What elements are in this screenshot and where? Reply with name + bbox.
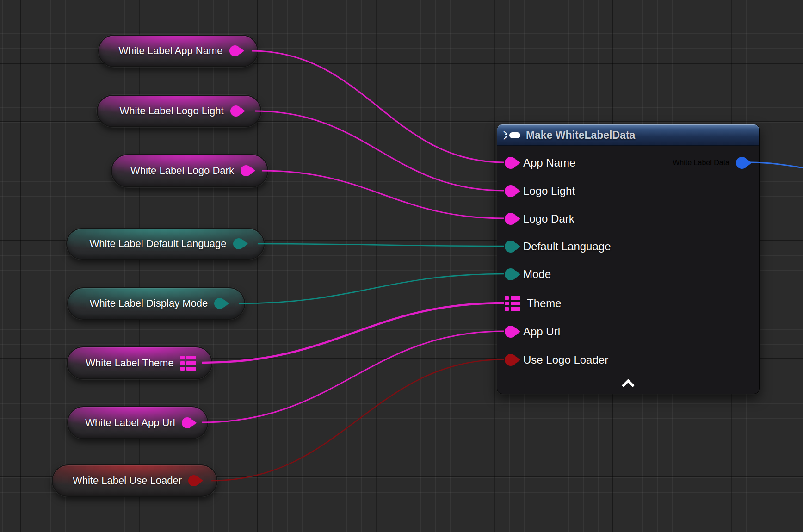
pin-label: White Label Data: [673, 159, 729, 167]
getter-label: White Label Logo Light: [119, 105, 223, 117]
pin-label: App Name: [523, 156, 575, 169]
pin-label: Logo Dark: [523, 212, 574, 225]
struct-input-pin[interactable]: [505, 296, 520, 311]
node-header[interactable]: ↘↗ Make WhiteLabelData: [497, 124, 759, 146]
getter-label: White Label App Url: [85, 417, 175, 429]
wire-app-name[interactable]: [252, 51, 504, 162]
struct-output-pin[interactable]: [180, 356, 196, 371]
pin-label: Mode: [523, 268, 551, 281]
collapse-node-button[interactable]: [621, 380, 635, 390]
output-row-white-label-data: White Label Data: [673, 155, 748, 171]
input-row-use-logo-loader: Use Logo Loader: [505, 352, 608, 368]
string-input-pin[interactable]: [505, 326, 517, 338]
pin-label: Default Language: [523, 240, 611, 253]
wire-default-language[interactable]: [258, 244, 504, 246]
getter-node-logo-light[interactable]: White Label Logo Light: [97, 95, 261, 127]
enum-input-pin[interactable]: [505, 241, 517, 253]
input-row-app-url: App Url: [505, 324, 560, 340]
getter-label: White Label Display Mode: [90, 297, 208, 309]
string-input-pin[interactable]: [505, 185, 517, 197]
chevron-up-icon: [622, 379, 635, 392]
string-input-pin[interactable]: [505, 213, 517, 225]
input-row-mode: Mode: [505, 266, 551, 282]
getter-label: White Label Default Language: [90, 238, 227, 250]
wire-theme[interactable]: [202, 303, 504, 363]
getter-node-use-loader[interactable]: White Label Use Loader: [52, 464, 217, 497]
getter-label: White Label Use Loader: [73, 475, 182, 487]
enum-input-pin[interactable]: [505, 268, 517, 280]
getter-node-display-mode[interactable]: White Label Display Mode: [67, 287, 245, 320]
enum-output-pin[interactable]: [233, 238, 244, 249]
string-output-pin[interactable]: [229, 45, 241, 56]
getter-node-theme[interactable]: White Label Theme: [67, 346, 212, 379]
input-row-theme: Theme: [505, 296, 562, 311]
getter-label: White Label Theme: [86, 357, 173, 369]
getter-node-app-url[interactable]: White Label App Url: [67, 406, 208, 439]
bool-output-pin[interactable]: [188, 475, 199, 486]
string-output-pin[interactable]: [230, 105, 241, 117]
string-output-pin[interactable]: [241, 165, 252, 176]
string-output-pin[interactable]: [182, 417, 193, 428]
wire-app-url[interactable]: [202, 331, 504, 422]
bool-input-pin[interactable]: [505, 354, 517, 366]
enum-output-pin[interactable]: [214, 298, 225, 309]
getter-label: White Label App Name: [118, 45, 222, 57]
getter-label: White Label Logo Dark: [130, 165, 234, 177]
wire-mode[interactable]: [239, 274, 504, 303]
make-whitelabeldata-node[interactable]: ↘↗ Make WhiteLabelData App Name Logo Lig…: [497, 124, 760, 394]
pin-label: App Url: [523, 325, 560, 338]
wire-logo-dark[interactable]: [262, 171, 504, 218]
pin-label: Logo Light: [523, 185, 575, 198]
blueprint-graph-canvas[interactable]: White Label App Name White Label Logo Li…: [0, 0, 803, 532]
input-row-app-name: App Name: [505, 155, 575, 171]
wire-use-loader[interactable]: [211, 359, 504, 481]
make-struct-icon-arrows: ↘↗: [503, 130, 508, 140]
make-struct-icon-pill: [509, 132, 520, 138]
string-input-pin[interactable]: [505, 157, 517, 169]
input-row-logo-dark: Logo Dark: [505, 211, 574, 227]
getter-node-default-language[interactable]: White Label Default Language: [66, 228, 265, 260]
struct-output-pin-blue[interactable]: [736, 157, 748, 169]
getter-node-logo-dark[interactable]: White Label Logo Dark: [111, 154, 268, 187]
node-title: Make WhiteLabelData: [526, 129, 635, 142]
make-struct-icon: ↘↗: [503, 130, 520, 140]
input-row-default-language: Default Language: [505, 239, 611, 254]
pin-label: Theme: [527, 297, 562, 310]
wire-logo-light[interactable]: [255, 111, 504, 191]
getter-node-app-name[interactable]: White Label App Name: [98, 35, 258, 67]
pin-label: Use Logo Loader: [523, 353, 608, 366]
input-row-logo-light: Logo Light: [505, 183, 575, 199]
